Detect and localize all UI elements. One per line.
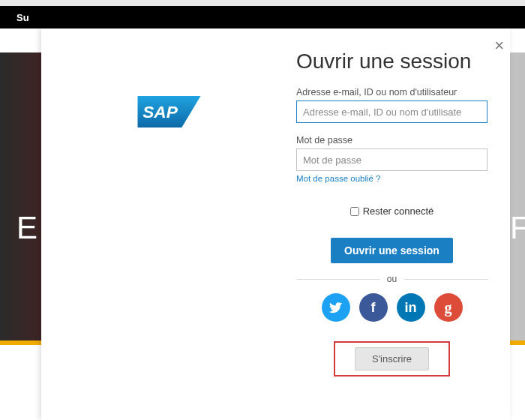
hero-text-left: E: [16, 210, 38, 246]
hero-text-right: F: [510, 210, 525, 246]
top-nav-label: Su: [16, 12, 29, 23]
password-input[interactable]: [296, 148, 488, 171]
password-field-group: Mot de passe Mot de passe oublié ?: [296, 135, 488, 184]
close-glyph: ×: [494, 36, 504, 55]
divider-line-right: [404, 279, 488, 280]
twitter-icon[interactable]: [322, 293, 350, 322]
email-label: Adresse e-mail, ID ou nom d'utilisateur: [296, 87, 488, 98]
remember-row: Rester connecté: [296, 206, 488, 217]
divider-text: ou: [387, 274, 397, 284]
linkedin-icon[interactable]: in: [397, 293, 425, 322]
signup-button[interactable]: S'inscrire: [355, 347, 429, 370]
social-row: f in g: [296, 293, 488, 322]
modal-title: Ouvrir une session: [296, 50, 488, 74]
sap-logo: SAP: [137, 96, 201, 128]
email-input[interactable]: [296, 100, 488, 123]
login-button[interactable]: Ouvrir une session: [331, 238, 453, 263]
login-modal: SAP × Ouvrir une session Adresse e-mail,…: [41, 28, 510, 420]
divider: ou: [296, 274, 488, 284]
top-gray-bar: [0, 0, 525, 6]
facebook-icon[interactable]: f: [359, 293, 388, 322]
remember-checkbox[interactable]: [350, 207, 359, 216]
remember-label: Rester connecté: [363, 206, 434, 217]
signup-highlight: S'inscrire: [334, 341, 450, 376]
divider-line-left: [296, 279, 380, 280]
top-nav-bar: Su: [0, 6, 525, 28]
forgot-password-link[interactable]: Mot de passe oublié ?: [296, 174, 381, 183]
email-field-group: Adresse e-mail, ID ou nom d'utilisateur: [296, 87, 488, 123]
modal-brand-panel: SAP: [41, 28, 296, 420]
google-icon[interactable]: g: [434, 293, 463, 322]
password-label: Mot de passe: [296, 135, 488, 146]
modal-form-panel: × Ouvrir une session Adresse e-mail, ID …: [296, 28, 510, 420]
svg-text:SAP: SAP: [142, 102, 178, 122]
close-icon[interactable]: ×: [494, 38, 504, 54]
